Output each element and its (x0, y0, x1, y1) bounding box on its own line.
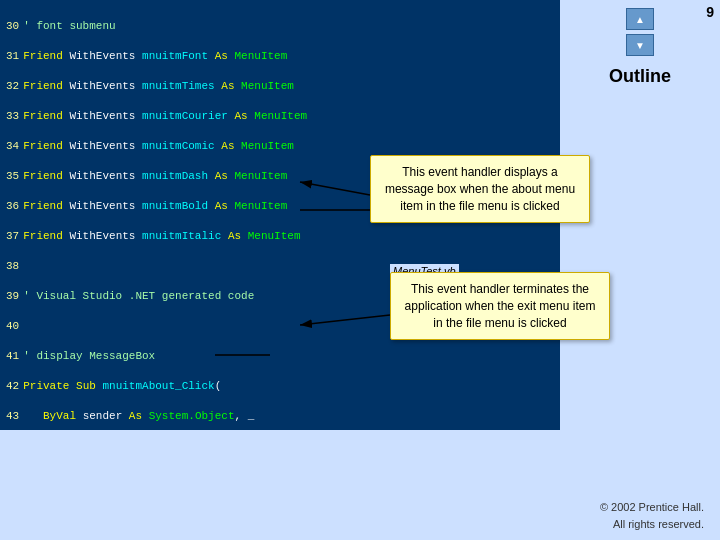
nav-buttons: ▲ ▼ (626, 8, 654, 56)
main-container: 30' font submenu 31Friend WithEvents mnu… (0, 0, 720, 540)
bottom-section: © 2002 Prentice Hall. All rights reserve… (0, 430, 720, 540)
callout-exit: This event handler terminates the applic… (390, 272, 610, 340)
nav-down-button[interactable]: ▼ (626, 34, 654, 56)
callout-about: This event handler displays a message bo… (370, 155, 590, 223)
callout-exit-text: This event handler terminates the applic… (405, 282, 596, 330)
copyright-line1: © 2002 Prentice Hall. (600, 499, 704, 516)
callout-about-text: This event handler displays a message bo… (385, 165, 575, 213)
page-number: 9 (706, 4, 714, 20)
nav-up-button[interactable]: ▲ (626, 8, 654, 30)
copyright-line2: All rights reserved. (600, 516, 704, 533)
copyright: © 2002 Prentice Hall. All rights reserve… (600, 499, 704, 532)
outline-label: Outline (609, 66, 671, 87)
